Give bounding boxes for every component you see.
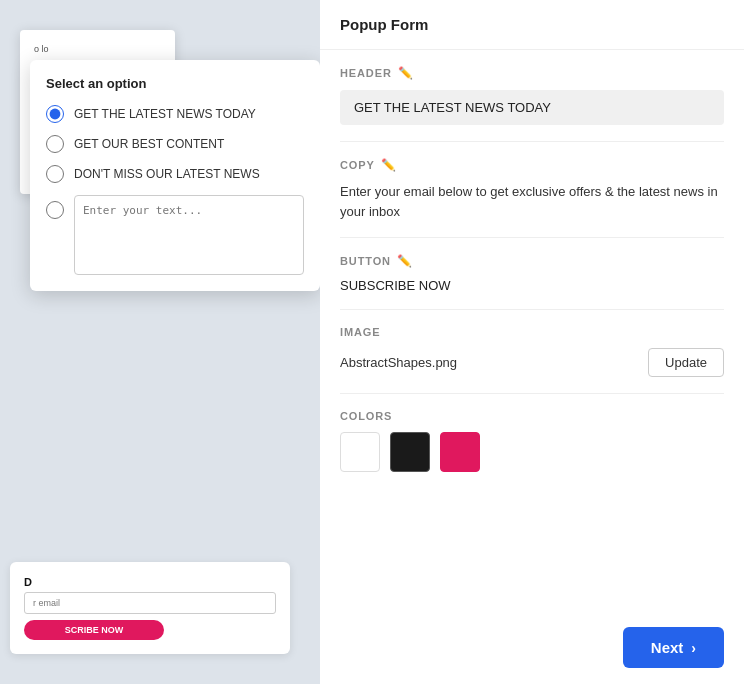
- bottom-card: D SCRIBE NOW: [10, 562, 290, 654]
- image-section: IMAGE AbstractShapes.png Update: [340, 310, 724, 394]
- image-row: AbstractShapes.png Update: [340, 348, 724, 377]
- dropdown-title: Select an option: [46, 76, 304, 91]
- color-swatch-black[interactable]: [390, 432, 430, 472]
- button-section: BUTTON ✏️ SUBSCRIBE NOW: [340, 238, 724, 310]
- copy-edit-icon[interactable]: ✏️: [381, 158, 397, 172]
- radio-input-2[interactable]: [46, 135, 64, 153]
- radio-label-2: GET OUR BEST CONTENT: [74, 137, 224, 151]
- next-label: Next: [651, 639, 684, 656]
- colors-row: [340, 432, 724, 472]
- radio-label-3: DON'T MISS OUR LATEST NEWS: [74, 167, 260, 181]
- header-section: HEADER ✏️ GET THE LATEST NEWS TODAY: [340, 50, 724, 142]
- color-swatch-red[interactable]: [440, 432, 480, 472]
- popup-small-text: o lo: [34, 44, 161, 54]
- next-button[interactable]: Next ›: [623, 627, 724, 668]
- button-value: SUBSCRIBE NOW: [340, 278, 724, 293]
- header-edit-icon[interactable]: ✏️: [398, 66, 414, 80]
- radio-input-4[interactable]: [46, 201, 64, 219]
- panel-footer: Next ›: [320, 611, 744, 684]
- button-section-label: BUTTON ✏️: [340, 254, 724, 268]
- panel-title: Popup Form: [320, 0, 744, 50]
- image-section-label: IMAGE: [340, 326, 724, 338]
- update-image-button[interactable]: Update: [648, 348, 724, 377]
- color-swatch-white[interactable]: [340, 432, 380, 472]
- radio-option-2[interactable]: GET OUR BEST CONTENT: [46, 135, 304, 153]
- radio-input-3[interactable]: [46, 165, 64, 183]
- copy-section-label: COPY ✏️: [340, 158, 724, 172]
- button-edit-icon[interactable]: ✏️: [397, 254, 413, 268]
- radio-option-3[interactable]: DON'T MISS OUR LATEST NEWS: [46, 165, 304, 183]
- header-section-label: HEADER ✏️: [340, 66, 724, 80]
- chevron-right-icon: ›: [691, 640, 696, 656]
- colors-section-label: COLORS: [340, 410, 724, 422]
- panel-content: HEADER ✏️ GET THE LATEST NEWS TODAY COPY…: [320, 50, 744, 611]
- image-filename: AbstractShapes.png: [340, 355, 457, 370]
- custom-text-input[interactable]: [74, 195, 304, 275]
- right-panel: Popup Form HEADER ✏️ GET THE LATEST NEWS…: [320, 0, 744, 684]
- radio-input-1[interactable]: [46, 105, 64, 123]
- radio-option-1[interactable]: GET THE LATEST NEWS TODAY: [46, 105, 304, 123]
- bottom-card-title: D: [24, 576, 276, 588]
- header-value: GET THE LATEST NEWS TODAY: [340, 90, 724, 125]
- textarea-option[interactable]: [46, 195, 304, 275]
- colors-section: COLORS: [340, 394, 724, 488]
- copy-value: Enter your email below to get exclusive …: [340, 182, 724, 221]
- bottom-card-input[interactable]: [24, 592, 276, 614]
- bottom-card-button[interactable]: SCRIBE NOW: [24, 620, 164, 640]
- left-panel: o lo E S T el st n SCRIBE NOW o Thanks S…: [0, 0, 320, 684]
- copy-section: COPY ✏️ Enter your email below to get ex…: [340, 142, 724, 238]
- radio-label-1: GET THE LATEST NEWS TODAY: [74, 107, 256, 121]
- dropdown-overlay: Select an option GET THE LATEST NEWS TOD…: [30, 60, 320, 291]
